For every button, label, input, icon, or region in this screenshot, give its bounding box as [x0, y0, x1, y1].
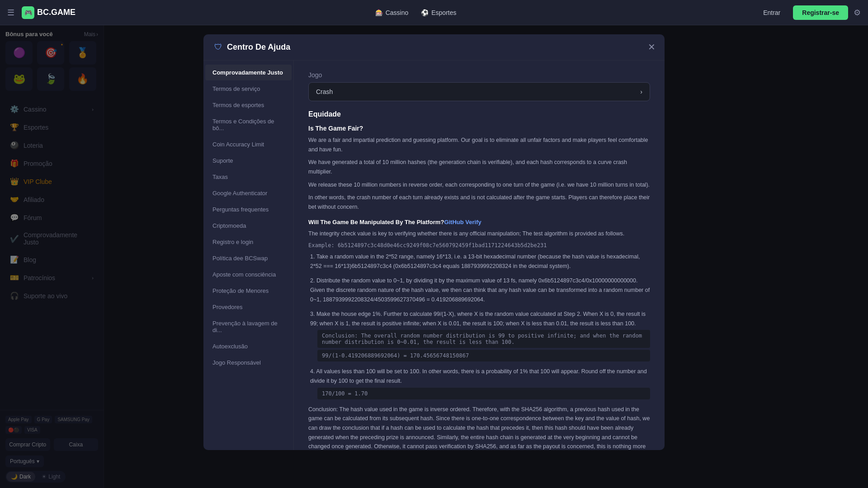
help-modal: 🛡 Centro De Ajuda ✕ Comprovadamente Just… — [203, 34, 665, 450]
help-sidebar-item-comprovadamente[interactable]: Comprovadamente Justo — [205, 65, 292, 80]
integrity-para: The integrity check value is key to veri… — [308, 229, 650, 239]
game-selector[interactable]: Crash › — [308, 82, 650, 101]
manipulate-title: Will The Game Be Manipulated By The Plat… — [308, 219, 650, 225]
settings-icon[interactable]: ⚙ — [854, 8, 861, 18]
game-selected-label: Crash — [316, 88, 333, 95]
top-navigation: ☰ 🎮 BC.GAME 🎰 Cassino ⚽ Esportes Entrar … — [0, 0, 868, 25]
step2-text: Distribute the random value to 0~1, by d… — [310, 277, 650, 302]
help-content: Jogo Crash › Equidade Is The Game Fair? … — [294, 61, 665, 450]
help-sidebar-item-aposte[interactable]: Aposte com consciência — [205, 267, 292, 282]
help-modal-body: Comprovadamente Justo Termos de serviço … — [203, 61, 665, 450]
logo-icon: 🎮 — [22, 6, 34, 19]
step4-text: All values less than 100 will be set to … — [310, 368, 647, 384]
help-sidebar-item-termos-condicoes[interactable]: Termos e Condições de bô... — [205, 113, 292, 136]
nav-esportes[interactable]: ⚽ Esportes — [421, 9, 456, 16]
help-sidebar-item-registro[interactable]: Registro e login — [205, 234, 292, 250]
step3-block: 3. Make the house edge 1%. Further to ca… — [308, 310, 650, 361]
help-sidebar-item-perguntas[interactable]: Perguntas frequentes — [205, 202, 292, 217]
register-button[interactable]: Registrar-se — [793, 5, 848, 20]
para2: We have generated a total of 10 million … — [308, 158, 650, 176]
step4-calc: 170/100 = 1.70 — [317, 388, 650, 399]
step3-text: Make the house edge 1%. Further to calcu… — [310, 311, 646, 327]
help-sidebar-item-jogo-resp[interactable]: Jogo Responsável — [205, 355, 292, 371]
step3-num: 3. — [310, 311, 316, 317]
conclusion-main: Conclusion: The hash value used in the g… — [308, 405, 650, 450]
esportes-icon: ⚽ — [421, 9, 429, 16]
help-sidebar-item-taxas[interactable]: Taxas — [205, 169, 292, 185]
help-sidebar-item-termos-servico[interactable]: Termos de serviço — [205, 81, 292, 97]
help-modal-header: 🛡 Centro De Ajuda ✕ — [203, 34, 665, 61]
example-label: Example: 6b5124897c3c48d0e46cc9249f08c7e… — [308, 242, 650, 249]
help-sidebar-item-suporte[interactable]: Suporte — [205, 153, 292, 169]
help-sidebar-item-bcswap[interactable]: Política dee BCSwap — [205, 250, 292, 266]
help-sidebar: Comprovadamente Justo Termos de serviço … — [203, 61, 294, 450]
cassino-label: Cassino — [386, 9, 409, 16]
entrar-button[interactable]: Entrar — [756, 5, 788, 20]
step1-num: 1. — [310, 253, 316, 260]
nav-center: 🎰 Cassino ⚽ Esportes — [375, 9, 457, 16]
logo-text: BC.GAME — [37, 8, 75, 17]
logo[interactable]: 🎮 BC.GAME — [22, 6, 75, 19]
step4-block: 4. All values less than 100 will be set … — [308, 367, 650, 399]
help-overlay: 🛡 Centro De Ajuda ✕ Comprovadamente Just… — [0, 25, 868, 488]
nav-right: Entrar Registrar-se ⚙ — [756, 5, 861, 20]
help-sidebar-item-provedores[interactable]: Provedores — [205, 299, 292, 315]
help-sidebar-item-cripto[interactable]: Criptomoeda — [205, 218, 292, 234]
fair-title: Is The Game Fair? — [308, 125, 650, 132]
step4-num: 4. — [310, 368, 316, 375]
nav-left: ☰ 🎮 BC.GAME — [7, 6, 75, 19]
chevron-right-game-icon: › — [640, 88, 642, 95]
step2-block: 2. Distribute the random value to 0~1, b… — [308, 276, 650, 304]
equidade-title: Equidade — [308, 110, 650, 118]
para3: We release these 10 million numbers in r… — [308, 180, 650, 190]
help-modal-title: Centro De Ajuda — [227, 42, 290, 52]
github-link[interactable]: GitHub Verify — [444, 219, 481, 225]
help-sidebar-item-prevencao[interactable]: Prevenção à lavagem de di... — [205, 315, 292, 338]
help-sidebar-item-autoexclusao[interactable]: Autoexclusão — [205, 338, 292, 354]
help-sidebar-item-termos-esportes[interactable]: Termos de esportes — [205, 97, 292, 113]
para4: In other words, the crash number of each… — [308, 193, 650, 211]
help-icon: 🛡 — [214, 42, 222, 52]
para1: We are a fair and impartial prediction a… — [308, 136, 650, 154]
game-label: Jogo — [308, 71, 650, 79]
step3-conclusion: Conclusion: The overall random number di… — [317, 330, 650, 348]
main-layout: Bônus para você Mais › 🟣 🎯 🏅 🐸 🍃 🔥 ⚙️ Ca… — [0, 25, 868, 488]
help-sidebar-item-protecao[interactable]: Proteção de Menores — [205, 283, 292, 299]
content-area: 🛡 Centro De Ajuda ✕ Comprovadamente Just… — [104, 25, 868, 488]
help-sidebar-item-coin-accuracy[interactable]: Coin Accuracy Limit — [205, 136, 292, 152]
help-sidebar-item-google-auth[interactable]: Google Authenticator — [205, 185, 292, 201]
help-close-button[interactable]: ✕ — [648, 42, 656, 52]
step3-calc: 99/(1-0.419206889692064) = 170.456567481… — [317, 350, 650, 361]
cassino-icon: 🎰 — [375, 9, 383, 16]
step2-num: 2. — [310, 277, 316, 284]
nav-cassino[interactable]: 🎰 Cassino — [375, 9, 409, 16]
step1-block: 1. Take a random value in the 2*52 range… — [308, 252, 650, 271]
esportes-label: Esportes — [431, 9, 456, 16]
hamburger-icon[interactable]: ☰ — [7, 8, 14, 18]
step1-text: Take a random value in the 2*52 range, n… — [310, 253, 640, 269]
